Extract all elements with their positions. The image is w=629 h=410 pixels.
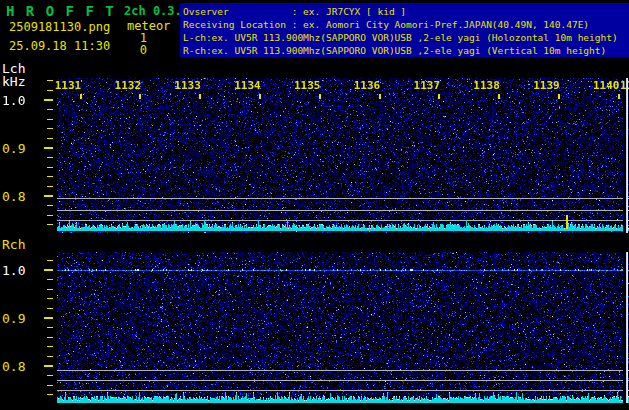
time-label-partial: 11 (620, 79, 629, 92)
freq-minor-tick (47, 385, 53, 386)
freq-minor-tick (47, 327, 53, 328)
time-label: 1137 (414, 79, 441, 92)
app-title: H R O F F T (6, 3, 115, 19)
freq-minor-tick (47, 176, 53, 177)
freq-minor-tick (47, 375, 53, 376)
freq-minor-tick (47, 356, 53, 357)
observer-info-panel: Ovserver : ex. JR7CYX [ kid ] Receiving … (180, 3, 629, 57)
freq-minor-tick (47, 298, 53, 299)
minute-tick (139, 94, 141, 99)
rch-freq-label: 0.9 (2, 311, 25, 326)
time-label: 1132 (115, 79, 142, 92)
meteor-echo-mark (566, 215, 568, 229)
rch-meteor-count: 0 (119, 43, 147, 57)
freq-minor-tick (47, 80, 53, 81)
freq-minor-tick (47, 394, 53, 395)
freq-major-tick (44, 99, 53, 101)
freq-minor-tick (47, 308, 53, 309)
rch-freq-label: 0.8 (2, 359, 25, 374)
time-label: 1135 (294, 79, 321, 92)
minute-tick (80, 94, 82, 99)
minute-tick (319, 94, 321, 99)
time-label: 1138 (473, 79, 500, 92)
freq-major-tick (44, 269, 53, 271)
output-filename: 2509181130.png (9, 20, 110, 34)
minute-tick (199, 94, 201, 99)
rch-spectrogram-canvas (57, 252, 629, 403)
freq-major-tick (44, 195, 53, 197)
freq-minor-tick (47, 224, 53, 225)
minute-tick (558, 94, 560, 99)
freq-minor-tick (47, 260, 53, 261)
time-label: 1133 (174, 79, 201, 92)
lch-spectrogram-canvas (57, 78, 629, 233)
minute-tick (379, 94, 381, 99)
khz-unit-label: kHz (2, 74, 25, 89)
freq-minor-tick (47, 128, 53, 129)
lch-freq-label: 0.9 (2, 141, 25, 156)
minute-tick (438, 94, 440, 99)
observer-line: Ovserver : ex. JR7CYX [ kid ] (183, 5, 629, 18)
freq-major-tick (44, 147, 53, 149)
freq-minor-tick (47, 167, 53, 168)
lch-freq-label: 0.8 (2, 189, 25, 204)
hrofft-window: H R O F F T 2ch 0.3.0 2509181130.png met… (0, 0, 629, 410)
location-line: Receiving Location : ex. Aomori City Aom… (183, 18, 629, 31)
freq-minor-tick (47, 157, 53, 158)
freq-minor-tick (47, 119, 53, 120)
minute-tick (618, 94, 620, 99)
minute-tick (498, 94, 500, 99)
lch-rig-line: L-ch:ex. UV5R 113.900Mhz(SAPPORO VOR)USB… (183, 31, 629, 44)
freq-minor-tick (47, 279, 53, 280)
time-label: 1139 (533, 79, 560, 92)
freq-minor-tick (47, 205, 53, 206)
lch-freq-label: 1.0 (2, 93, 25, 108)
minute-tick (259, 94, 261, 99)
freq-minor-tick (47, 215, 53, 216)
freq-minor-tick (47, 337, 53, 338)
time-label: 1131 (55, 79, 82, 92)
freq-major-tick (44, 365, 53, 367)
freq-minor-tick (47, 90, 53, 91)
datetime-label: 25.09.18 11:30 (9, 39, 110, 53)
time-label: 1140 (593, 79, 620, 92)
freq-major-tick (44, 317, 53, 319)
freq-minor-tick (47, 109, 53, 110)
time-label: 1134 (234, 79, 261, 92)
time-label: 1136 (354, 79, 381, 92)
freq-minor-tick (47, 186, 53, 187)
rch-channel-label: Rch (2, 237, 25, 252)
freq-minor-tick (47, 346, 53, 347)
freq-minor-tick (47, 138, 53, 139)
rch-freq-label: 1.0 (2, 263, 25, 278)
rch-rig-line: R-ch:ex. UV5R 113.900Mhz(SAPPORO VOR)USB… (183, 44, 629, 57)
freq-minor-tick (47, 289, 53, 290)
